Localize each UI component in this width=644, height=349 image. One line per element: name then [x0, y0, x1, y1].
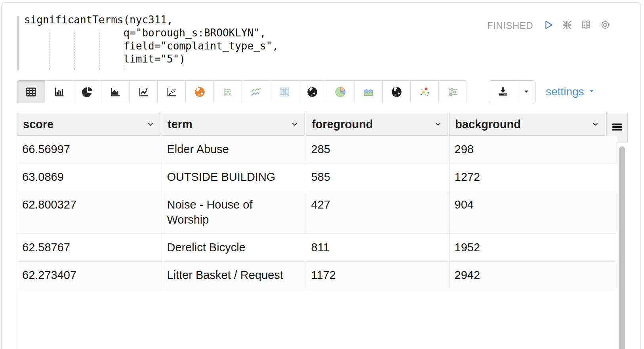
- column-dropdown[interactable]: [433, 119, 443, 129]
- table-cell[interactable]: 427: [306, 191, 449, 234]
- table-row: 62.58767Derelict Bicycle8111952: [17, 234, 616, 262]
- compress-icon: [561, 19, 573, 31]
- table-cell[interactable]: 1172: [306, 262, 449, 289]
- viz-button-map-orange[interactable]: [185, 80, 214, 103]
- table-scrollbar[interactable]: [616, 142, 628, 349]
- table-cell[interactable]: Noise - House of Worship: [162, 191, 306, 234]
- viz-button-line-chart[interactable]: [129, 80, 158, 103]
- table-cell[interactable]: 1272: [449, 163, 616, 191]
- bar-chart-icon: [53, 86, 66, 98]
- book-icon: [580, 19, 592, 31]
- viz-button-multi-line-chart[interactable]: [242, 80, 270, 103]
- column-header-label: term: [168, 118, 192, 131]
- viz-button-table[interactable]: [17, 80, 45, 103]
- table-cell[interactable]: 2942: [449, 262, 616, 289]
- download-icon: [497, 85, 509, 97]
- globe-dark-icon: [390, 86, 403, 98]
- viz-button-punchcard[interactable]: [213, 80, 242, 103]
- settings-label: settings: [546, 85, 584, 98]
- viz-button-parallel-coordinates[interactable]: [438, 80, 467, 103]
- gear-icon: [599, 19, 611, 31]
- download-group: [489, 80, 535, 103]
- paragraph-status: FINISHED: [487, 20, 533, 31]
- notebook-paragraph: significantTerms(nyc311, q="borough_s:BR…: [1, 2, 641, 349]
- table-cell[interactable]: Elder Abuse: [162, 136, 306, 163]
- globe-dark-icon: [306, 86, 319, 98]
- chevron-down-icon: [433, 119, 443, 129]
- table-cell[interactable]: Litter Basket / Request: [162, 262, 306, 289]
- table-row: 62.800327Noise - House of Worship427904: [17, 191, 616, 234]
- table-cell[interactable]: OUTSIDE BUILDING: [162, 163, 306, 191]
- column-header-label: background: [455, 118, 521, 131]
- caret-down-icon: [522, 87, 531, 96]
- table-cell[interactable]: 1952: [449, 234, 616, 262]
- matrix-icon: [278, 86, 291, 98]
- caret-down-blue-icon: [588, 87, 596, 95]
- table-cell[interactable]: 62.58767: [17, 234, 162, 262]
- column-header-term[interactable]: term: [162, 113, 305, 136]
- column-dropdown[interactable]: [591, 119, 600, 129]
- table-body: 66.56997Elder Abuse28529863.0869OUTSIDE …: [17, 136, 616, 289]
- column-dropdown[interactable]: [290, 119, 299, 129]
- column-header-foreground[interactable]: foreground: [306, 113, 448, 136]
- dot-grid-icon: [221, 86, 234, 98]
- area-pastel-icon: [362, 86, 375, 98]
- column-header-background[interactable]: background: [449, 113, 605, 136]
- code-editor[interactable]: significantTerms(nyc311, q="borough_s:BR…: [24, 13, 278, 66]
- viz-button-globe-2[interactable]: [382, 80, 411, 103]
- indent-guide: [99, 30, 100, 70]
- scatter-chart-icon: [165, 86, 178, 98]
- scatter-color-icon: [418, 86, 431, 98]
- viz-button-area-chart[interactable]: [101, 80, 130, 103]
- table-cell[interactable]: 285: [306, 136, 449, 163]
- pie-chart-icon: [81, 86, 94, 98]
- table-cell[interactable]: 62.273407: [17, 262, 162, 289]
- viz-button-matrix-heatmap[interactable]: [270, 80, 298, 103]
- download-button[interactable]: [489, 80, 517, 103]
- indent-guide: [49, 30, 50, 70]
- chevron-down-icon: [591, 119, 600, 129]
- viz-button-globe-1[interactable]: [298, 80, 326, 103]
- settings-toggle[interactable]: settings: [546, 80, 596, 103]
- caret-down-icon: [588, 87, 596, 97]
- run-button[interactable]: [542, 19, 554, 32]
- viz-button-area-pastel[interactable]: [354, 80, 383, 103]
- show-report-button[interactable]: [580, 19, 593, 32]
- column-header-score[interactable]: score: [17, 113, 160, 136]
- parallel-icon: [446, 86, 459, 98]
- indent-guide: [74, 30, 75, 70]
- table-cell[interactable]: 811: [306, 234, 449, 262]
- table-cell[interactable]: 63.0869: [17, 163, 162, 191]
- paragraph-settings-button[interactable]: [599, 19, 612, 32]
- column-header-label: score: [23, 118, 53, 131]
- globe-orange-icon: [193, 86, 206, 98]
- visualization-toolbar: [17, 80, 467, 103]
- table-row: 63.0869OUTSIDE BUILDING5851272: [17, 163, 616, 191]
- editor-gutter: [17, 16, 19, 70]
- viz-button-scatter-chart[interactable]: [157, 80, 186, 103]
- pie-pastel-icon: [334, 86, 347, 98]
- line-chart-icon: [137, 86, 150, 98]
- table-row: 66.56997Elder Abuse285298: [17, 136, 616, 163]
- viz-button-bubble-scatter[interactable]: [410, 80, 439, 103]
- table-cell[interactable]: 585: [306, 163, 449, 191]
- viz-button-pie-chart[interactable]: [73, 80, 101, 103]
- result-table: scoretermforegroundbackground 66.56997El…: [17, 113, 628, 349]
- scrollbar-thumb[interactable]: [619, 146, 625, 349]
- table-icon: [25, 86, 38, 98]
- area-chart-icon: [109, 86, 122, 98]
- multi-line-icon: [250, 86, 263, 98]
- column-dropdown[interactable]: [146, 119, 155, 129]
- download-dropdown-button[interactable]: [517, 80, 535, 103]
- table-cell[interactable]: Derelict Bicycle: [162, 234, 306, 262]
- collapse-output-button[interactable]: [561, 19, 574, 32]
- hamburger-icon: [611, 121, 623, 133]
- viz-button-pie-pastel[interactable]: [326, 80, 354, 103]
- table-cell[interactable]: 66.56997: [17, 136, 162, 163]
- chevron-down-icon: [146, 119, 155, 129]
- table-row: 62.273407Litter Basket / Request11722942: [17, 262, 616, 289]
- table-cell[interactable]: 904: [449, 191, 616, 234]
- table-cell[interactable]: 298: [449, 136, 616, 163]
- table-cell[interactable]: 62.800327: [17, 191, 162, 234]
- viz-button-bar-chart[interactable]: [45, 80, 73, 103]
